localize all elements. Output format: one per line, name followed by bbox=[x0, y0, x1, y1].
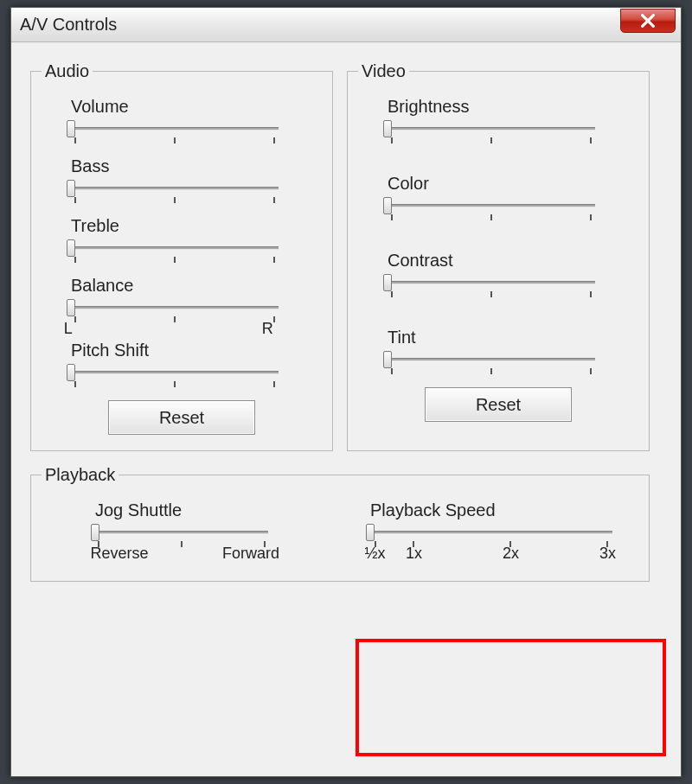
balance-thumb[interactable] bbox=[67, 299, 75, 316]
close-icon bbox=[641, 14, 655, 28]
volume-thumb[interactable] bbox=[67, 120, 75, 137]
brightness-thumb[interactable] bbox=[383, 120, 392, 137]
speed-block: Playback Speed bbox=[370, 500, 633, 548]
jog-left-label: Reverse bbox=[90, 545, 148, 563]
speed-one-label: 1x bbox=[406, 545, 422, 563]
contrast-thumb[interactable] bbox=[383, 274, 392, 291]
speed-three-label: 3x bbox=[599, 545, 616, 563]
speed-label: Playback Speed bbox=[370, 500, 633, 520]
color-slider[interactable] bbox=[388, 195, 595, 221]
jog-block: Jog Shuttle bbox=[95, 500, 327, 548]
balance-block: Balance bbox=[71, 276, 317, 323]
pitch-shift-slider[interactable] bbox=[71, 362, 279, 388]
av-controls-window: A/V Controls Audio Volume bbox=[10, 7, 682, 777]
speed-half-label: ½x bbox=[365, 545, 386, 563]
jog-right-label: Forward bbox=[222, 545, 279, 563]
treble-block: Treble bbox=[71, 216, 317, 264]
titlebar: A/V Controls bbox=[11, 8, 681, 42]
bass-block: Bass bbox=[71, 156, 317, 204]
jog-thumb[interactable] bbox=[91, 524, 99, 541]
treble-slider[interactable] bbox=[71, 238, 279, 264]
speed-thumb[interactable] bbox=[366, 524, 375, 541]
brightness-slider[interactable] bbox=[388, 118, 595, 144]
playback-legend: Playback bbox=[42, 465, 119, 485]
pitch-shift-block: Pitch Shift bbox=[71, 341, 317, 388]
brightness-block: Brightness bbox=[388, 97, 633, 144]
tint-label: Tint bbox=[388, 328, 633, 347]
pitch-shift-label: Pitch Shift bbox=[71, 341, 317, 360]
color-thumb[interactable] bbox=[383, 197, 392, 214]
speed-col: Playback Speed bbox=[353, 500, 633, 569]
bass-thumb[interactable] bbox=[67, 180, 75, 197]
volume-slider[interactable] bbox=[71, 118, 279, 144]
balance-left-label: L bbox=[64, 320, 73, 338]
contrast-slider[interactable] bbox=[388, 272, 595, 298]
window-title: A/V Controls bbox=[20, 15, 117, 35]
close-button[interactable] bbox=[620, 9, 676, 33]
audio-group: Audio Volume Bass bbox=[30, 61, 333, 451]
tint-thumb[interactable] bbox=[383, 351, 392, 368]
bass-slider[interactable] bbox=[71, 178, 279, 204]
client-area: Audio Volume Bass bbox=[11, 42, 681, 601]
pitch-shift-thumb[interactable] bbox=[67, 364, 75, 381]
audio-legend: Audio bbox=[42, 61, 93, 81]
contrast-label: Contrast bbox=[388, 251, 633, 271]
bass-label: Bass bbox=[71, 156, 317, 176]
brightness-label: Brightness bbox=[388, 97, 633, 117]
color-label: Color bbox=[388, 174, 633, 194]
audio-reset-button[interactable]: Reset bbox=[108, 400, 255, 435]
treble-label: Treble bbox=[71, 216, 317, 236]
contrast-block: Contrast bbox=[388, 251, 633, 298]
speed-two-label: 2x bbox=[503, 545, 519, 563]
video-group: Video Brightness Color bbox=[347, 61, 650, 451]
balance-label: Balance bbox=[71, 276, 317, 296]
balance-labels: L R bbox=[64, 320, 272, 337]
volume-label: Volume bbox=[71, 97, 317, 117]
jog-col: Jog Shuttle Reverse Forward bbox=[47, 500, 327, 569]
balance-right-label: R bbox=[262, 320, 273, 338]
video-legend: Video bbox=[358, 61, 409, 81]
color-block: Color bbox=[388, 174, 633, 221]
volume-block: Volume bbox=[71, 97, 317, 144]
playback-group: Playback Jog Shuttle Reverse Forward bbox=[30, 465, 650, 582]
tint-block: Tint bbox=[388, 328, 633, 375]
video-reset-button[interactable]: Reset bbox=[425, 387, 572, 422]
tint-slider[interactable] bbox=[388, 349, 595, 375]
jog-label: Jog Shuttle bbox=[95, 500, 327, 520]
jog-labels: Reverse Forward bbox=[95, 545, 268, 562]
treble-thumb[interactable] bbox=[67, 239, 75, 257]
speed-labels: ½x 1x 2x 3x bbox=[370, 545, 612, 562]
